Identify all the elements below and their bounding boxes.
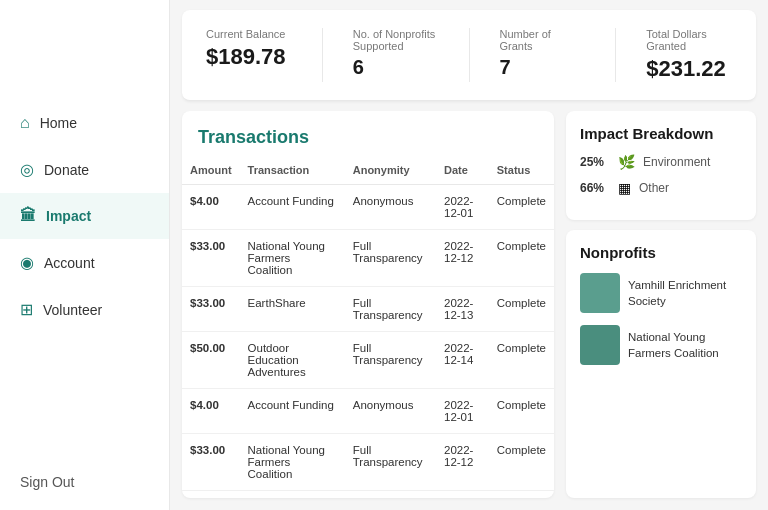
sidebar-item-label: Home (40, 115, 77, 131)
table-row: $33.00 National Young Farmers Coalition … (182, 434, 554, 491)
cell-status: Complete (489, 230, 554, 287)
cell-anonymity: Anonymous (345, 185, 436, 230)
cell-anonymity: Full Transparency (345, 332, 436, 389)
sidebar-item-impact[interactable]: 🏛 Impact (0, 193, 169, 239)
cell-date: 2022-12-01 (436, 389, 489, 434)
cell-anonymity: Anonymous (345, 389, 436, 434)
home-icon: ⌂ (20, 114, 30, 132)
stat-divider-1 (322, 28, 323, 82)
nonprofit-thumb-1 (580, 325, 620, 365)
donate-icon: ◎ (20, 160, 34, 179)
stats-bar: Current Balance $189.78 No. of Nonprofit… (182, 10, 756, 101)
sidebar-item-volunteer[interactable]: ⊞ Volunteer (0, 286, 169, 333)
table-row: $33.00 EarthShare Full Transparency 2022… (182, 287, 554, 332)
cell-date: 2022-12-13 (436, 491, 489, 499)
volunteer-icon: ⊞ (20, 300, 33, 319)
col-amount: Amount (182, 156, 240, 185)
stat-balance: Current Balance $189.78 (206, 28, 292, 82)
account-icon: ◉ (20, 253, 34, 272)
content-area: Transactions Amount Transaction Anonymit… (170, 111, 768, 510)
main-content: Current Balance $189.78 No. of Nonprofit… (170, 0, 768, 510)
cell-status: Complete (489, 185, 554, 230)
stat-total-value: $231.22 (646, 56, 732, 82)
cell-transaction: National Young Farmers Coalition (240, 434, 345, 491)
cell-date: 2022-12-14 (436, 332, 489, 389)
stat-balance-label: Current Balance (206, 28, 292, 40)
impact-breakdown-card: Impact Breakdown 25% 🌿 Environment 66% ▦… (566, 111, 756, 220)
col-status: Status (489, 156, 554, 185)
stat-total-label: Total Dollars Granted (646, 28, 732, 52)
transactions-table[interactable]: Amount Transaction Anonymity Date Status… (182, 156, 554, 498)
impact-pct-env: 25% (580, 155, 610, 169)
transactions-title: Transactions (198, 127, 309, 147)
cell-status: Complete (489, 434, 554, 491)
signout-button[interactable]: Sign Out (0, 454, 169, 510)
col-date: Date (436, 156, 489, 185)
cell-date: 2022-12-12 (436, 434, 489, 491)
table-row: $4.00 Account Funding Anonymous 2022-12-… (182, 185, 554, 230)
impact-label-env: Environment (643, 155, 710, 169)
stat-grants: Number of Grants 7 (500, 28, 586, 82)
sidebar: ⌂ Home ◎ Donate 🏛 Impact ◉ Account ⊞ Vol… (0, 0, 170, 510)
stat-divider-3 (615, 28, 616, 82)
nonprofit-name-0: Yamhill Enrichment Society (628, 277, 742, 309)
cell-transaction: Account Funding (240, 185, 345, 230)
cell-transaction: Outdoor Education Adventures (240, 332, 345, 389)
cell-anonymity: Full Transparency (345, 434, 436, 491)
stat-nonprofits: No. of Nonprofits Supported 6 (353, 28, 439, 82)
sidebar-item-label: Volunteer (43, 302, 102, 318)
impact-item-other: 66% ▦ Other (580, 180, 742, 196)
table-row: $50.00 Outdoor Education Adventures Full… (182, 332, 554, 389)
cell-anonymity: Full Transparency (345, 491, 436, 499)
impact-pct-other: 66% (580, 181, 610, 195)
table-row: $4.00 Account Funding Anonymous 2022-12-… (182, 389, 554, 434)
cell-transaction: National Young Farmers Coalition (240, 230, 345, 287)
impact-label-other: Other (639, 181, 669, 195)
cell-amount: $50.00 (182, 332, 240, 389)
stat-nonprofits-value: 6 (353, 56, 439, 79)
cell-date: 2022-12-13 (436, 287, 489, 332)
col-anonymity: Anonymity (345, 156, 436, 185)
nonprofits-card: Nonprofits Yamhill Enrichment Society Na… (566, 230, 756, 498)
cell-status: Complete (489, 389, 554, 434)
nonprofit-name-1: National Young Farmers Coalition (628, 329, 742, 361)
cell-amount: $4.00 (182, 389, 240, 434)
transactions-header: Transactions (182, 111, 554, 156)
sidebar-item-label: Account (44, 255, 95, 271)
cell-anonymity: Full Transparency (345, 287, 436, 332)
sidebar-item-donate[interactable]: ◎ Donate (0, 146, 169, 193)
nonprofits-title: Nonprofits (580, 244, 742, 261)
impact-item-environment: 25% 🌿 Environment (580, 154, 742, 170)
cell-amount: $33.00 (182, 491, 240, 499)
transactions-panel: Transactions Amount Transaction Anonymit… (182, 111, 554, 498)
cell-anonymity: Full Transparency (345, 230, 436, 287)
stat-balance-value: $189.78 (206, 44, 292, 70)
cell-amount: $33.00 (182, 287, 240, 332)
environment-icon: 🌿 (618, 154, 635, 170)
sidebar-item-home[interactable]: ⌂ Home (0, 100, 169, 146)
cell-transaction: EarthShare (240, 491, 345, 499)
cell-status: Complete (489, 332, 554, 389)
right-panel: Impact Breakdown 25% 🌿 Environment 66% ▦… (566, 111, 756, 498)
cell-status: Complete (489, 287, 554, 332)
col-transaction: Transaction (240, 156, 345, 185)
other-icon: ▦ (618, 180, 631, 196)
stat-total-granted: Total Dollars Granted $231.22 (646, 28, 732, 82)
stat-grants-label: Number of Grants (500, 28, 586, 52)
nonprofit-item-0: Yamhill Enrichment Society (580, 273, 742, 313)
cell-date: 2022-12-12 (436, 230, 489, 287)
impact-title: Impact Breakdown (580, 125, 742, 142)
stat-grants-value: 7 (500, 56, 586, 79)
cell-amount: $4.00 (182, 185, 240, 230)
stat-divider-2 (469, 28, 470, 82)
cell-amount: $33.00 (182, 230, 240, 287)
table-header-row: Amount Transaction Anonymity Date Status (182, 156, 554, 185)
cell-amount: $33.00 (182, 434, 240, 491)
sidebar-item-account[interactable]: ◉ Account (0, 239, 169, 286)
nonprofit-thumb-0 (580, 273, 620, 313)
cell-date: 2022-12-01 (436, 185, 489, 230)
table-row: $33.00 National Young Farmers Coalition … (182, 230, 554, 287)
sidebar-item-label: Donate (44, 162, 89, 178)
impact-icon: 🏛 (20, 207, 36, 225)
table-row: $33.00 EarthShare Full Transparency 2022… (182, 491, 554, 499)
